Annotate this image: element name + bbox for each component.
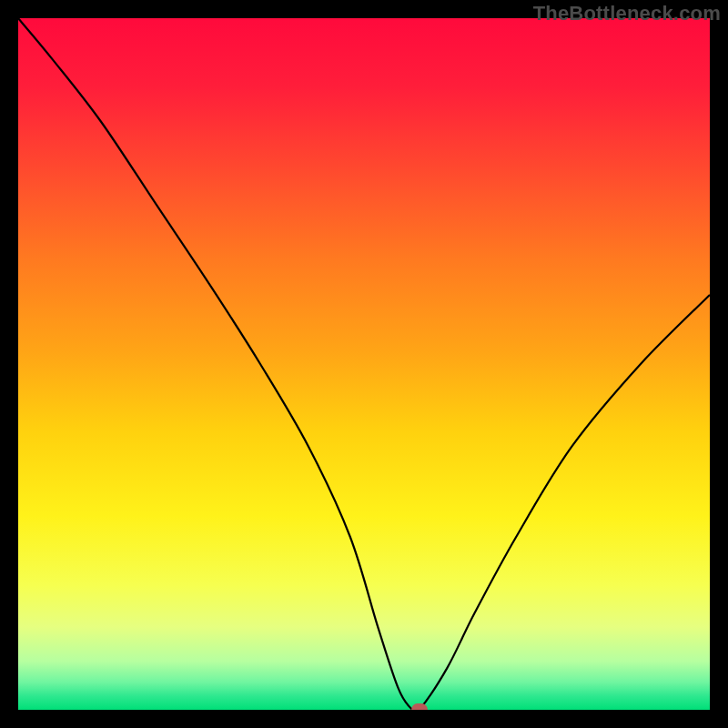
bottleneck-curve-svg [18,18,710,710]
bottleneck-curve-path [18,18,710,710]
chart-frame: TheBottleneck.com [0,0,728,728]
watermark-text: TheBottleneck.com [533,2,721,25]
optimal-point-marker [411,703,428,710]
plot-area [18,18,710,710]
